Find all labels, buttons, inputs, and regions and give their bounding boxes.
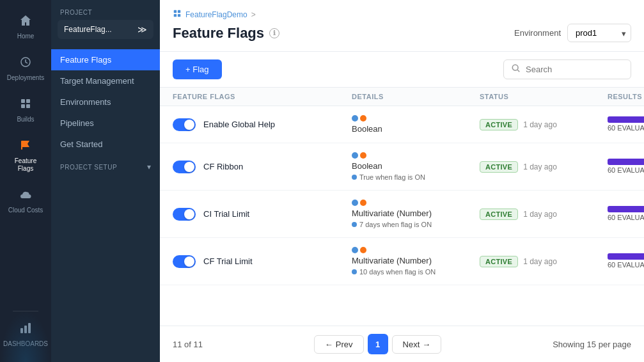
col-header-details: DETAILS xyxy=(352,93,480,100)
detail-type: Boolean xyxy=(352,161,480,171)
pagination-info: 11 of 11 xyxy=(173,340,203,349)
harness-icon xyxy=(173,9,182,20)
breadcrumb: FeatureFlagDemo > xyxy=(173,9,631,20)
dot-orange xyxy=(360,200,366,206)
left-nav: Project FeatureFlag... ≫ Feature Flags T… xyxy=(51,0,160,362)
page-title-row: Feature Flags ℹ Environment prod1 stagin… xyxy=(173,24,631,51)
flag-toggle-cf-ribbon[interactable] xyxy=(173,161,196,173)
results-cell: 60 EVALUATIONS ⋮ xyxy=(608,159,644,175)
svg-rect-11 xyxy=(174,14,177,17)
nav-item-target-management[interactable]: Target Management xyxy=(51,70,160,91)
result-bar-container: 60 EVALUATIONS xyxy=(608,159,644,175)
result-bar xyxy=(608,159,644,165)
dot-orange xyxy=(360,152,366,159)
breadcrumb-project[interactable]: FeatureFlagDemo xyxy=(185,10,247,19)
flag-toggle-cf-trial-limit[interactable] xyxy=(173,255,196,268)
results-cell: 60 EVALUATIONS ⋮ xyxy=(608,253,644,269)
environment-row: Environment prod1 staging dev ▾ xyxy=(514,24,631,42)
table-header: FEATURE FLAGS DETAILS STATUS RESULTS xyxy=(160,88,644,106)
info-icon[interactable]: ℹ xyxy=(269,28,279,38)
home-label: Home xyxy=(17,33,35,40)
dot-orange xyxy=(360,115,366,122)
flag-name-cell: CI Trial Limit xyxy=(173,208,352,221)
detail-cell: Boolean xyxy=(352,115,480,134)
feature-flags-icon xyxy=(19,139,32,155)
flag-name: CI Trial Limit xyxy=(203,209,249,219)
toolbar: + Flag xyxy=(160,52,644,88)
current-page-number[interactable]: 1 xyxy=(368,334,388,354)
dot-blue xyxy=(352,115,358,122)
home-icon xyxy=(19,14,32,30)
nav-item-get-started[interactable]: Get Started xyxy=(51,134,160,155)
time-text: 1 day ago xyxy=(523,257,557,266)
search-icon xyxy=(512,64,521,75)
sidebar-item-home[interactable]: Home xyxy=(4,8,47,47)
add-flag-button[interactable]: + Flag xyxy=(173,59,222,79)
builds-label: Builds xyxy=(17,116,34,123)
sidebar-item-cloud-costs[interactable]: Cloud Costs xyxy=(4,182,47,221)
detail-sub: True when flag is ON xyxy=(352,173,480,181)
flag-toggle-enable-global-help[interactable] xyxy=(173,118,196,131)
detail-icons xyxy=(352,152,480,159)
detail-type: Boolean xyxy=(352,124,480,134)
result-bar-container: 60 EVALUATIONS xyxy=(608,116,644,132)
table-row: Enable Global Help Boolean ACTIVE 1 day … xyxy=(160,106,644,143)
nav-item-pipelines[interactable]: Pipelines xyxy=(51,113,160,134)
detail-icons xyxy=(352,200,480,206)
breadcrumb-sep: > xyxy=(251,10,256,19)
project-setup-header[interactable]: PROJECT SETUP ▾ xyxy=(51,155,160,175)
detail-cell: Multivariate (Number) 7 days when flag i… xyxy=(352,200,480,228)
result-bar-container: 60 EVALUATIONS xyxy=(608,206,644,222)
time-text: 1 day ago xyxy=(523,162,557,171)
sidebar-item-feature-flags[interactable]: Feature Flags xyxy=(4,132,47,179)
result-bar xyxy=(608,253,644,260)
results-cell: 60 EVALUATIONS ⋮ xyxy=(608,206,644,222)
search-input[interactable] xyxy=(526,65,622,74)
project-selector[interactable]: FeatureFlag... ≫ xyxy=(58,20,153,39)
footer: 11 of 11 ← Prev 1 Next → Showing 15 per … xyxy=(160,326,644,362)
flag-toggle-ci-trial-limit[interactable] xyxy=(173,208,196,221)
status-cell: ACTIVE 1 day ago xyxy=(480,256,608,267)
environment-select[interactable]: prod1 staging dev xyxy=(567,24,631,42)
cloud-costs-icon xyxy=(19,188,32,204)
result-bar-container: 60 EVALUATIONS xyxy=(608,253,644,269)
cloud-costs-label: Cloud Costs xyxy=(8,207,43,214)
result-bar xyxy=(608,116,644,123)
dot-blue-sub xyxy=(352,175,357,180)
prev-arrow-icon: ← xyxy=(325,340,333,349)
deployments-icon xyxy=(19,56,32,72)
detail-type: Multivariate (Number) xyxy=(352,209,480,218)
builds-icon xyxy=(19,97,32,113)
detail-cell: Boolean True when flag is ON xyxy=(352,152,480,181)
dot-blue-sub xyxy=(352,222,357,227)
time-text: 1 day ago xyxy=(523,120,557,129)
sidebar-item-deployments[interactable]: Deployments xyxy=(4,49,47,88)
sidebar-item-builds[interactable]: Builds xyxy=(4,91,47,130)
status-cell: ACTIVE 1 day ago xyxy=(480,209,608,220)
flag-name-cell: CF Trial Limit xyxy=(173,255,352,268)
nav-item-feature-flags[interactable]: Feature Flags xyxy=(51,49,160,70)
svg-rect-1 xyxy=(21,99,25,103)
col-header-results: RESULTS xyxy=(608,93,642,100)
prev-button[interactable]: ← Prev xyxy=(314,335,364,354)
svg-rect-4 xyxy=(26,104,30,108)
add-flag-label: + Flag xyxy=(185,65,209,74)
results-cell: 60 EVALUATIONS ⋮ xyxy=(608,116,644,132)
status-badge: ACTIVE xyxy=(480,256,518,267)
nav-item-environments[interactable]: Environments xyxy=(51,91,160,113)
detail-icons xyxy=(352,247,480,253)
table-container: FEATURE FLAGS DETAILS STATUS RESULTS Ena… xyxy=(160,88,644,326)
next-button[interactable]: Next → xyxy=(392,335,442,354)
detail-type: Multivariate (Number) xyxy=(352,256,480,265)
svg-line-14 xyxy=(517,70,519,72)
dot-orange xyxy=(360,247,366,253)
svg-rect-2 xyxy=(26,99,30,103)
deployments-label: Deployments xyxy=(7,74,44,82)
page-title: Feature Flags ℹ xyxy=(173,25,279,42)
svg-point-13 xyxy=(512,65,518,70)
next-arrow-icon: → xyxy=(422,340,430,349)
detail-sub: 10 days when flag is ON xyxy=(352,268,480,276)
status-badge: ACTIVE xyxy=(480,209,518,220)
table-row: CF Trial Limit Multivariate (Number) 10 … xyxy=(160,238,644,285)
svg-rect-12 xyxy=(178,14,180,17)
